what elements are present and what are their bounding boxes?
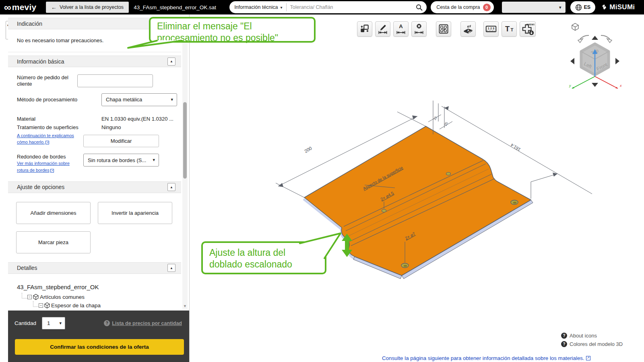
dim-arrowhead — [412, 115, 417, 119]
callout-step-line1: Ajuste la altura del — [209, 247, 318, 259]
tree-item-sheet-thickness[interactable]: − Espesor de la chapa — [22, 301, 181, 310]
about-icons-link[interactable]: ? About icons — [561, 333, 597, 339]
edge-rounding-link[interactable]: Ver más información sobre rotura de bord… — [17, 161, 70, 172]
search-divider — [286, 3, 287, 11]
rotate-cube-right-icon[interactable] — [615, 58, 619, 64]
invert-appearance-button[interactable]: Invertir la apariencia — [98, 202, 172, 224]
callout-step-line2: doblado escalonado — [209, 259, 318, 270]
quantity-label: Cantidad — [14, 320, 36, 326]
details-title: Detalles — [17, 265, 167, 271]
part-cube-icon — [33, 294, 39, 300]
back-button-label: Volver a la lista de proyectos — [60, 4, 124, 10]
model-colors-link[interactable]: ? Colores del modelo 3D — [561, 341, 623, 347]
sheet-metal-part[interactable] — [304, 126, 531, 276]
add-dimensions-button[interactable]: Añadir dimensiones — [16, 202, 91, 224]
back-to-projects-button[interactable]: ← Volver a la lista de proyectos — [46, 2, 129, 13]
rotate-left-icon[interactable] — [580, 35, 589, 39]
callout-top-line2: procesamiento no es posible" — [157, 32, 308, 44]
tree-connector — [22, 293, 27, 298]
globe-icon — [575, 4, 582, 11]
surface-treatment-value: Ninguno — [101, 124, 177, 130]
view-cube-widget[interactable]: Top Left Front y x — [564, 16, 644, 103]
tilt-down-icon[interactable] — [592, 83, 598, 87]
options-section-header: Ajuste de opciones ▲ — [8, 181, 181, 193]
external-link-icon: ↗ — [45, 141, 49, 144]
search-input[interactable] — [290, 4, 416, 10]
surface-how-link[interactable]: A continuación te explicamos cómo hacerl… — [17, 133, 74, 144]
tree-item-label: Artículos comunes — [40, 294, 85, 300]
hole-small-1 — [382, 210, 386, 212]
tree-expander-icon[interactable]: − — [39, 303, 43, 308]
rotate-right-arrowhead[interactable] — [607, 39, 612, 43]
tree-item-common-articles[interactable]: − Artículos comunes — [22, 293, 181, 301]
material-value: EN 1.0330 equiv.(EN 1.0320 ... — [101, 116, 177, 122]
mark-part-button[interactable]: Marcar pieza — [16, 231, 91, 253]
details-section-header: Detalles ▲ — [8, 262, 181, 274]
sidebar-scrollbar[interactable] — [182, 17, 188, 309]
search-category-select[interactable]: Información técnica — [234, 4, 286, 10]
options-collapse-button[interactable]: ▲ — [167, 183, 175, 191]
details-collapse-button[interactable]: ▲ — [167, 264, 175, 272]
search-category-value: Información técnica — [234, 4, 278, 10]
sidebar-scroll-down-icon[interactable]: ▼ — [183, 304, 187, 308]
cart-count-badge: 0 — [483, 4, 491, 11]
sidebar-scrollbar-thumb[interactable] — [183, 102, 187, 179]
rotate-left-arrowhead[interactable] — [578, 39, 583, 43]
details-part-name: 43_FAsm_stepbend_error_OK — [8, 274, 181, 290]
order-number-label: Número de pedido del cliente — [17, 74, 77, 88]
tree-connector — [33, 301, 38, 307]
misumi-logo: MiSUMi — [601, 3, 635, 11]
processing-method-label: Método de procesamiento — [17, 93, 101, 103]
tree-expander-icon[interactable]: − — [27, 295, 32, 299]
hole-large-2-bore — [513, 202, 517, 204]
price-list-link[interactable]: ? Lista de precios por cantidad — [104, 320, 182, 326]
axis-triad: y x — [569, 49, 622, 88]
surface-treatment-label: Tratamiento de superficies — [17, 124, 101, 131]
confirm-quote-button[interactable]: Confirmar las condiciones de la oferta — [15, 339, 184, 355]
edge-rounding-select[interactable]: Sin rotura de bordes (S... — [83, 154, 159, 167]
processing-method-value: Chapa metálica — [106, 97, 142, 103]
processing-method-select[interactable]: Chapa metálica — [101, 93, 177, 106]
sidebar-panel: Indicación No es necesario tomar precauc… — [8, 14, 181, 311]
edge-rounding-value: Sin rotura de bordes (S... — [88, 157, 146, 163]
hole-small-2 — [446, 173, 451, 175]
quote-footer: Cantidad 1 ? Lista de precios por cantid… — [8, 311, 189, 362]
basic-info-collapse-button[interactable]: ▲ — [167, 58, 175, 66]
project-select[interactable] — [502, 2, 566, 13]
surface-link-row: A continuación te explicamos cómo hacerl… — [8, 132, 181, 147]
quantity-value: 1 — [47, 320, 50, 326]
meviy-logo-text: meviy — [12, 2, 37, 12]
processing-method-row: Método de procesamiento Chapa metálica — [8, 93, 181, 106]
options-title: Ajuste de opciones — [17, 184, 167, 190]
meviy-logo[interactable]: ∞ meviy — [4, 2, 46, 12]
modify-button[interactable]: Modificar — [83, 135, 159, 147]
misumi-mark-icon — [601, 4, 607, 11]
hole-large-1-bore — [404, 265, 407, 267]
dim-200-label: 200 — [303, 146, 313, 154]
external-link-icon: ↗ — [586, 356, 590, 360]
back-arrow-icon: ← — [51, 4, 57, 10]
tree-item-label: Espesor de la chapa — [51, 302, 101, 309]
tilt-up-icon[interactable] — [592, 36, 598, 40]
open-file-name: 43_FAsm_stepbend_error_OK.sat — [134, 4, 229, 10]
dim-step-b-label: 25 — [443, 121, 448, 126]
rotate-cube-left-icon[interactable] — [570, 58, 574, 64]
callout-remove-message: Eliminar el mensaje "El procesamiento no… — [149, 17, 316, 43]
order-number-input[interactable] — [77, 74, 153, 87]
isometric-view-icon[interactable] — [572, 23, 578, 31]
dim-161-label: 161.4 — [510, 142, 521, 152]
quantity-select[interactable]: 1 — [42, 317, 65, 329]
axis-y-label: y — [569, 84, 571, 88]
part-cube-icon — [44, 302, 50, 309]
language-button[interactable]: ES — [570, 1, 596, 13]
meviy-infinity-icon: ∞ — [4, 3, 11, 11]
basic-info-title: Información básica — [17, 58, 167, 65]
callout-step-height: Ajuste la altura del doblado escalonado — [201, 241, 326, 274]
search-icon[interactable] — [416, 4, 423, 11]
cart-button[interactable]: Cesta de la compra 0 — [431, 1, 493, 13]
materials-info-link[interactable]: Consulte la página siguiente para obtene… — [382, 355, 590, 361]
misumi-logo-text: MiSUMi — [609, 3, 635, 11]
help-icon: ? — [561, 333, 567, 339]
basic-info-section-header: Información básica ▲ — [8, 56, 181, 67]
rotate-right-icon[interactable] — [601, 35, 610, 39]
